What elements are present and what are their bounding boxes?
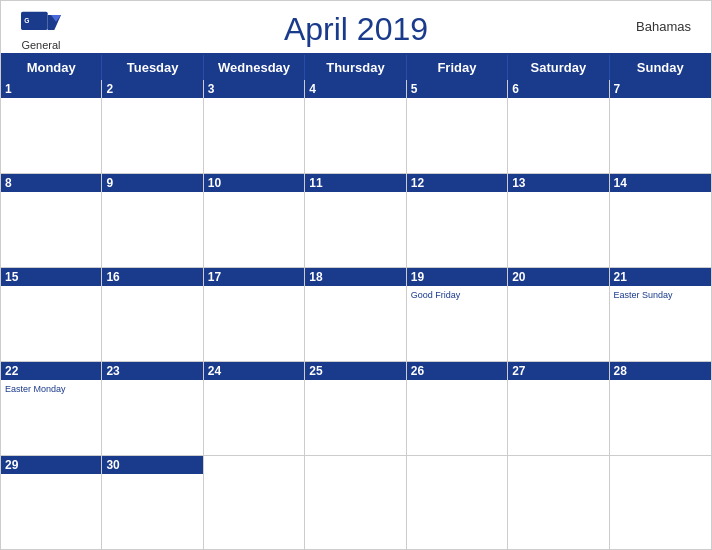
logo: G General Blue [21,11,61,66]
svg-text:G: G [24,17,29,24]
day-number-17: 17 [204,268,304,286]
day-cell-9: 9 [102,174,203,267]
day-cell-24: 24 [204,362,305,455]
day-cell-21: 21 Easter Sunday [610,268,711,361]
day-number-29: 29 [1,456,101,474]
day-number-15: 15 [1,268,101,286]
header-thursday: Thursday [305,55,406,80]
day-number-28: 28 [610,362,711,380]
calendar-header: G General Blue April 2019 Bahamas [1,1,711,53]
day-number-8: 8 [1,174,101,192]
header-tuesday: Tuesday [102,55,203,80]
day-cell-11: 11 [305,174,406,267]
day-number-19: 19 [407,268,507,286]
header-saturday: Saturday [508,55,609,80]
day-number-22: 22 [1,362,101,380]
day-cell-4: 4 [305,80,406,173]
calendar-weeks: 1 2 3 4 5 6 7 8 9 10 11 12 13 14 15 16 [1,80,711,549]
day-cell-3: 3 [204,80,305,173]
day-cell-25: 25 [305,362,406,455]
week-row-3: 15 16 17 18 19 Good Friday 20 21 Easter … [1,268,711,362]
day-cell-23: 23 [102,362,203,455]
logo-general-text: General [21,39,60,51]
day-number-25: 25 [305,362,405,380]
day-cell-5: 5 [407,80,508,173]
week-row-2: 8 9 10 11 12 13 14 [1,174,711,268]
day-cell-1: 1 [1,80,102,173]
day-number-14: 14 [610,174,711,192]
day-number-18: 18 [305,268,405,286]
header-sunday: Sunday [610,55,711,80]
day-number-4: 4 [305,80,405,98]
day-cell-empty-1 [204,456,305,549]
day-number-23: 23 [102,362,202,380]
day-number-30: 30 [102,456,202,474]
holiday-good-friday: Good Friday [411,290,503,300]
day-cell-empty-2 [305,456,406,549]
day-cell-empty-4 [508,456,609,549]
day-cell-empty-5 [610,456,711,549]
day-number-12: 12 [407,174,507,192]
day-cell-29: 29 [1,456,102,549]
generalblue-logo-icon: G [21,11,61,39]
day-number-2: 2 [102,80,202,98]
header-wednesday: Wednesday [204,55,305,80]
day-headers-row: Monday Tuesday Wednesday Thursday Friday… [1,55,711,80]
day-number-27: 27 [508,362,608,380]
day-number-1: 1 [1,80,101,98]
country-label: Bahamas [636,19,691,34]
week-row-4: 22 Easter Monday 23 24 25 26 27 28 [1,362,711,456]
calendar-container: G General Blue April 2019 Bahamas Monday… [0,0,712,550]
day-number-26: 26 [407,362,507,380]
day-cell-26: 26 [407,362,508,455]
day-cell-2: 2 [102,80,203,173]
day-number-7: 7 [610,80,711,98]
calendar-grid: Monday Tuesday Wednesday Thursday Friday… [1,53,711,549]
day-number-6: 6 [508,80,608,98]
day-cell-14: 14 [610,174,711,267]
day-number-13: 13 [508,174,608,192]
holiday-easter-monday: Easter Monday [5,384,97,394]
day-number-24: 24 [204,362,304,380]
day-cell-15: 15 [1,268,102,361]
day-number-5: 5 [407,80,507,98]
day-cell-20: 20 [508,268,609,361]
holiday-easter-sunday: Easter Sunday [614,290,707,300]
day-number-16: 16 [102,268,202,286]
day-cell-empty-3 [407,456,508,549]
day-cell-28: 28 [610,362,711,455]
day-cell-18: 18 [305,268,406,361]
day-cell-19: 19 Good Friday [407,268,508,361]
day-cell-17: 17 [204,268,305,361]
header-friday: Friday [407,55,508,80]
day-cell-22: 22 Easter Monday [1,362,102,455]
month-title: April 2019 [284,11,428,48]
day-cell-6: 6 [508,80,609,173]
logo-blue-text: Blue [27,51,55,66]
day-cell-13: 13 [508,174,609,267]
day-cell-12: 12 [407,174,508,267]
day-cell-10: 10 [204,174,305,267]
day-number-9: 9 [102,174,202,192]
day-number-3: 3 [204,80,304,98]
day-number-10: 10 [204,174,304,192]
day-cell-27: 27 [508,362,609,455]
day-cell-30: 30 [102,456,203,549]
day-number-11: 11 [305,174,405,192]
day-number-20: 20 [508,268,608,286]
day-cell-7: 7 [610,80,711,173]
week-row-5: 29 30 [1,456,711,549]
day-cell-8: 8 [1,174,102,267]
day-number-21: 21 [610,268,711,286]
day-cell-16: 16 [102,268,203,361]
week-row-1: 1 2 3 4 5 6 7 [1,80,711,174]
